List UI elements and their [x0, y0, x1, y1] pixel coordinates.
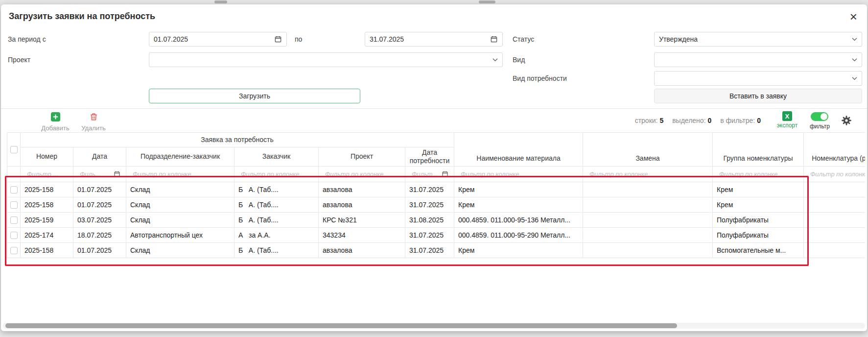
- cell-project: авзалова: [319, 182, 405, 197]
- cell-need-date: 31.07.2025: [405, 197, 454, 212]
- column-header-nom-group[interactable]: Группа номенклатуры: [713, 133, 804, 167]
- select-all-checkbox[interactable]: [10, 146, 18, 153]
- trash-icon: [89, 112, 98, 121]
- table-row[interactable]: 2025-158 01.07.2025 Склад Б А. (Таб.... …: [7, 197, 866, 212]
- calendar-icon[interactable]: [114, 170, 120, 177]
- filter-input-customer[interactable]: [240, 170, 313, 178]
- cell-department: Склад: [126, 212, 235, 227]
- cell-nom-group: Крем: [713, 182, 804, 197]
- filter-input-nom-group[interactable]: [718, 170, 798, 178]
- background-artifact: [214, 0, 227, 3]
- in-filter-count-label: в фильтре:: [720, 117, 755, 124]
- date-from-input[interactable]: [154, 35, 274, 43]
- cell-department: Склад: [126, 182, 235, 197]
- calendar-icon[interactable]: [490, 35, 498, 43]
- cell-material: 000.4859. 011.000-95-290 Металл...: [454, 227, 583, 242]
- background-artifact: [479, 0, 495, 3]
- table-row[interactable]: 2025-158 01.07.2025 Склад Б А. (Таб.... …: [7, 182, 866, 197]
- cell-number: 2025-158: [21, 182, 73, 197]
- settings-gear-icon[interactable]: [841, 115, 852, 128]
- column-header-date[interactable]: Дата: [73, 147, 126, 167]
- add-label: Добавить: [39, 124, 72, 132]
- cell-project: авзалова: [319, 197, 405, 212]
- row-checkbox[interactable]: [10, 217, 18, 224]
- kind-select[interactable]: [654, 52, 862, 67]
- filter-cell-empty: [7, 166, 21, 182]
- date-from-field[interactable]: [149, 32, 287, 47]
- date-to-field[interactable]: [365, 32, 503, 47]
- grid-toolbar-right: строки:5 выделено:0 в фильтре:0 X экспор…: [635, 109, 852, 132]
- export-button[interactable]: X экспорт: [774, 111, 800, 129]
- cell-replacement: [583, 242, 713, 258]
- cell-need-date: 31.07.2025: [405, 242, 454, 258]
- horizontal-scrollbar-track[interactable]: [3, 323, 865, 329]
- dialog-title: Загрузить заявки на потребность: [9, 11, 155, 22]
- cell-nomenclature: [804, 242, 866, 258]
- cell-need-date: 31.07.2025: [405, 227, 454, 242]
- cell-nomenclature: [804, 182, 866, 197]
- calendar-icon[interactable]: [442, 170, 448, 177]
- cell-nomenclature: [804, 212, 866, 227]
- status-label: Статус: [513, 32, 534, 47]
- filter-input-need-date[interactable]: [411, 170, 440, 178]
- filter-input-nomenclature[interactable]: [809, 170, 865, 178]
- chevron-down-icon: [852, 76, 857, 80]
- chevron-down-icon: [852, 58, 857, 62]
- filter-input-replacement[interactable]: [588, 170, 707, 178]
- horizontal-scrollbar-thumb[interactable]: [5, 323, 677, 328]
- column-header-customer[interactable]: Заказчик: [235, 147, 319, 167]
- cell-nom-group: Полуфабрикаты: [713, 227, 804, 242]
- filter-toggle[interactable]: фильтр: [810, 112, 830, 130]
- filter-input-department[interactable]: [132, 170, 229, 178]
- load-button[interactable]: Загрузить: [149, 89, 360, 103]
- filter-input-project[interactable]: [324, 170, 399, 178]
- column-header-need-date[interactable]: Дата потребности: [405, 147, 454, 167]
- cell-replacement: [583, 182, 713, 197]
- cell-customer: Б А. (Таб....: [235, 242, 319, 258]
- column-header-project[interactable]: Проект: [319, 147, 405, 167]
- status-select[interactable]: Утверждена: [654, 32, 862, 47]
- cell-need-date: 31.07.2025: [405, 182, 454, 197]
- column-header-replacement[interactable]: Замена: [583, 133, 713, 167]
- load-requests-dialog: Загрузить заявки на потребность × За пер…: [1, 4, 867, 331]
- cell-customer: Б А. (Таб....: [235, 197, 319, 212]
- filter-input-number[interactable]: [26, 170, 68, 178]
- add-button[interactable]: Добавить: [39, 112, 72, 132]
- cell-nomenclature: [804, 227, 866, 242]
- row-checkbox[interactable]: [10, 201, 18, 209]
- column-header-number[interactable]: Номер: [21, 147, 73, 167]
- column-header-department[interactable]: Подразделение-заказчик: [126, 147, 235, 167]
- project-label: Проект: [8, 52, 30, 67]
- cell-date: 01.07.2025: [73, 182, 126, 197]
- select-all-cell: [7, 133, 21, 167]
- cell-number: 2025-174: [21, 227, 73, 242]
- cell-nom-group: Полуфабрикаты: [713, 212, 804, 227]
- close-button[interactable]: ×: [848, 8, 859, 25]
- filter-input-date[interactable]: [79, 170, 112, 178]
- delete-label: Удалить: [78, 124, 109, 132]
- table-row[interactable]: 2025-158 01.07.2025 Склад Б А. (Таб.... …: [7, 242, 866, 258]
- status-select-value: Утверждена: [659, 35, 698, 43]
- grid-toolbar: Добавить Удалить строки:5 выделено:0 в ф…: [1, 109, 867, 132]
- calendar-icon[interactable]: [274, 35, 282, 43]
- column-header-nomenclature[interactable]: Номенклатура (ручной ввод): [804, 133, 866, 167]
- requests-table: Заявка за потребность Наименование матер…: [7, 132, 865, 258]
- cell-department: Склад: [126, 197, 235, 212]
- cell-date: 03.07.2025: [73, 212, 126, 227]
- row-checkbox[interactable]: [10, 247, 18, 254]
- group-header: Заявка за потребность: [21, 133, 454, 147]
- screen-background: Загрузить заявки на потребность × За пер…: [0, 0, 868, 337]
- cell-project: 343234: [319, 227, 405, 242]
- table-row[interactable]: 2025-174 18.07.2025 Автотранспортный цех…: [7, 227, 866, 242]
- table-row[interactable]: 2025-159 03.07.2025 Склад Б А. (Таб.... …: [7, 212, 866, 227]
- column-header-material[interactable]: Наименование материала: [454, 133, 583, 167]
- date-to-input[interactable]: [370, 35, 490, 43]
- toggle-switch-on-icon[interactable]: [811, 112, 828, 121]
- row-checkbox[interactable]: [10, 186, 18, 193]
- need-kind-select[interactable]: [654, 71, 862, 86]
- row-checkbox[interactable]: [10, 232, 18, 239]
- project-select[interactable]: [149, 52, 503, 67]
- delete-button[interactable]: Удалить: [78, 112, 109, 132]
- filter-input-material[interactable]: [460, 170, 577, 178]
- insert-into-request-button[interactable]: Вставить в заявку: [654, 89, 862, 103]
